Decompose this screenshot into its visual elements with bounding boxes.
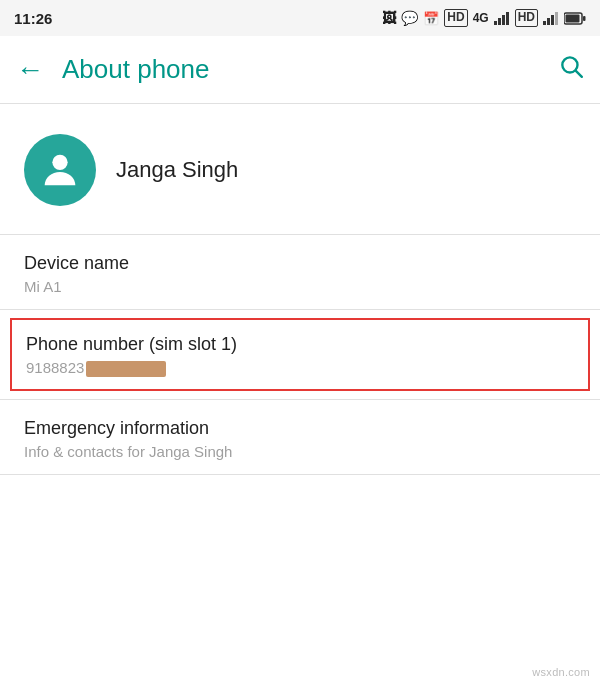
device-name-label: Device name bbox=[24, 253, 576, 274]
status-icons: 🖼 💬 📅 HD 4G HD bbox=[382, 9, 586, 27]
status-bar: 11:26 🖼 💬 📅 HD 4G HD bbox=[0, 0, 600, 36]
svg-line-12 bbox=[576, 71, 582, 77]
device-name-value: Mi A1 bbox=[24, 278, 576, 295]
signal-4g-icon: 4G bbox=[473, 11, 489, 25]
hd-badge: HD bbox=[444, 9, 467, 27]
profile-section: Janga Singh bbox=[0, 104, 600, 234]
svg-point-13 bbox=[52, 155, 67, 170]
svg-rect-0 bbox=[494, 21, 497, 25]
emergency-info-value: Info & contacts for Janga Singh bbox=[24, 443, 576, 460]
hd-badge-2: HD bbox=[515, 9, 538, 27]
svg-rect-2 bbox=[502, 15, 505, 25]
avatar bbox=[24, 134, 96, 206]
divider-4 bbox=[0, 474, 600, 475]
status-time: 11:26 bbox=[14, 10, 52, 27]
watermark: wsxdn.com bbox=[532, 666, 590, 678]
device-name-item[interactable]: Device name Mi A1 bbox=[0, 235, 600, 309]
svg-rect-6 bbox=[551, 15, 554, 25]
back-button[interactable]: ← bbox=[16, 56, 44, 84]
phone-number-item[interactable]: Phone number (sim slot 1) 9188823 bbox=[10, 318, 590, 391]
svg-rect-3 bbox=[506, 12, 509, 25]
svg-rect-5 bbox=[547, 18, 550, 25]
profile-name: Janga Singh bbox=[116, 157, 238, 183]
svg-rect-4 bbox=[543, 21, 546, 25]
svg-rect-7 bbox=[555, 12, 558, 25]
phone-censored bbox=[86, 361, 166, 377]
photo-icon: 🖼 bbox=[382, 10, 396, 26]
svg-rect-10 bbox=[583, 16, 586, 21]
search-button[interactable] bbox=[558, 53, 584, 86]
person-icon bbox=[37, 147, 83, 193]
calendar-icon: 📅 bbox=[423, 11, 439, 26]
svg-rect-1 bbox=[498, 18, 501, 25]
page-title: About phone bbox=[62, 54, 540, 85]
whatsapp-icon: 💬 bbox=[401, 10, 418, 26]
emergency-info-item[interactable]: Emergency information Info & contacts fo… bbox=[0, 400, 600, 474]
signal-icon bbox=[494, 11, 510, 25]
svg-rect-9 bbox=[566, 14, 580, 22]
signal-icon-2 bbox=[543, 11, 559, 25]
battery-icon bbox=[564, 12, 586, 25]
emergency-info-label: Emergency information bbox=[24, 418, 576, 439]
phone-number-label: Phone number (sim slot 1) bbox=[26, 334, 574, 355]
toolbar: ← About phone bbox=[0, 36, 600, 104]
phone-number-value: 9188823 bbox=[26, 359, 574, 377]
